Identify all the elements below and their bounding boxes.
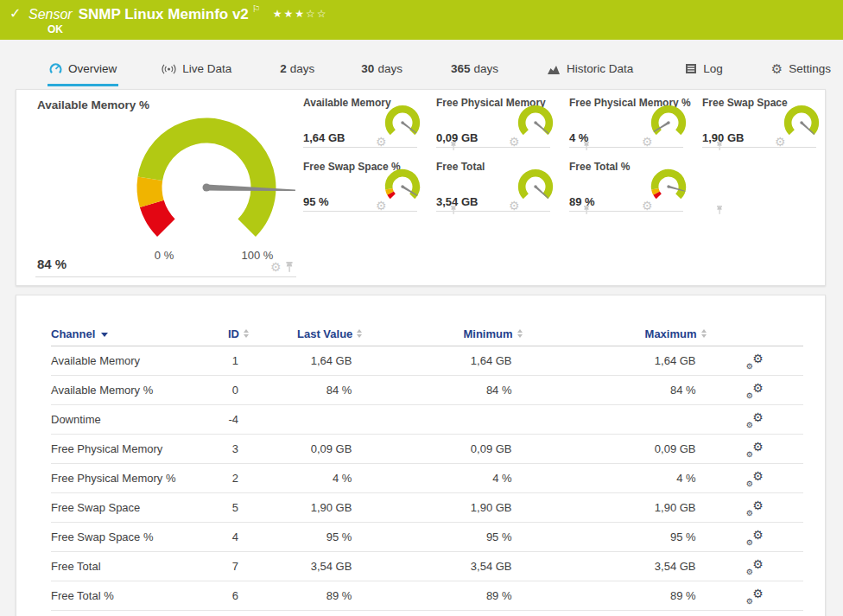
object-kind-label: Sensor <box>29 7 73 22</box>
channel-minimum: 84 % <box>362 384 522 397</box>
tab-2-days[interactable]: 2 days <box>278 54 316 84</box>
channel-name: Downtime <box>51 413 199 426</box>
gauges-panel: Available Memory % 0 % 100 % 84 % ⚙ Avai… <box>16 89 826 286</box>
priority-star-rating[interactable]: ★★★☆☆ <box>273 8 328 20</box>
tab-365-days-number: 365 <box>451 62 471 75</box>
tab-overview-label: Overview <box>68 62 117 75</box>
mini-gauge-divider <box>569 211 683 212</box>
channel-id: -4 <box>199 413 249 426</box>
tab-settings[interactable]: ⚙ Settings <box>770 54 833 84</box>
edit-channel-gears-icon[interactable]: ⚙⚙ <box>746 382 764 399</box>
channel-id: 1 <box>199 354 249 367</box>
channel-name: Free Physical Memory <box>51 442 199 455</box>
channel-minimum: 95 % <box>362 530 522 543</box>
tab-overview[interactable]: Overview <box>48 54 118 86</box>
mini-gauge-value: 95 % <box>303 195 329 208</box>
channel-id: 6 <box>199 589 249 602</box>
live-data-broadcast-icon <box>162 63 176 75</box>
mini-gauge-free-total-pct: Free Total % 89 % ⚙ <box>569 161 697 218</box>
column-header-channel[interactable]: Channel <box>51 327 199 340</box>
column-header-maximum[interactable]: Maximum <box>523 327 707 340</box>
sensor-title-line: SensorSNMP Linux Meminfo v2⚐★★★☆☆ <box>29 3 327 23</box>
log-list-icon <box>685 63 697 74</box>
sort-arrows-icon <box>701 329 707 338</box>
channel-minimum: 0,09 GB <box>362 442 522 455</box>
main-gauge-divider <box>35 276 296 277</box>
edit-channel-gears-icon[interactable]: ⚙⚙ <box>746 352 764 370</box>
channel-maximum: 89 % <box>523 589 707 602</box>
tab-historic-data[interactable]: Historic Data <box>545 54 635 84</box>
channel-last-value: 3,54 GB <box>249 560 362 573</box>
channel-table: Channel ID Last Value Minimum Maximum Av… <box>16 295 825 611</box>
mini-gauge-value: 4 % <box>569 131 588 144</box>
tab-historic-data-label: Historic Data <box>567 62 633 75</box>
prtg-sensor-page: ✓ SensorSNMP Linux Meminfo v2⚐★★★☆☆ OK O… <box>0 0 843 616</box>
column-header-minimum[interactable]: Minimum <box>362 327 522 340</box>
channel-id: 3 <box>199 442 249 455</box>
mini-gauge-value: 1,64 GB <box>303 131 345 144</box>
tab-365-days[interactable]: 365 days <box>449 54 500 84</box>
tab-bar: Overview Live Data 2 days 30 days 365 da… <box>0 54 843 86</box>
mini-gauge-divider <box>303 147 417 148</box>
table-row: Free Swap Space % 4 95 % 95 % 95 % ⚙⚙ <box>51 523 803 552</box>
mini-gauge-value: 89 % <box>569 195 595 208</box>
channel-maximum: 4 % <box>523 472 707 485</box>
channel-maximum: 1,64 GB <box>523 354 707 367</box>
channel-last-value: 95 % <box>249 530 362 543</box>
gauge-pin-icon[interactable] <box>285 262 294 273</box>
historic-data-chart-icon <box>547 63 561 75</box>
tab-live-data[interactable]: Live Data <box>160 54 233 84</box>
channel-last-value: 1,90 GB <box>249 501 362 514</box>
channel-minimum: 89 % <box>362 589 522 602</box>
table-row: Available Memory % 0 84 % 84 % 84 % ⚙⚙ <box>51 376 803 405</box>
main-gauge-min-label: 0 % <box>138 249 190 262</box>
channel-minimum: 1,90 GB <box>362 501 522 514</box>
table-row: Free Total % 6 89 % 89 % 89 % ⚙⚙ <box>51 581 803 611</box>
channel-last-value: 0,09 GB <box>249 442 362 455</box>
channel-name: Available Memory % <box>51 384 199 397</box>
mini-gauge-value: 3,54 GB <box>436 195 478 208</box>
mini-gauge-value: 1,90 GB <box>702 131 744 144</box>
channel-minimum: 1,64 GB <box>362 354 522 367</box>
tab-settings-label: Settings <box>789 62 831 75</box>
channel-last-value: 84 % <box>249 384 362 397</box>
channel-name: Free Total <box>51 560 199 573</box>
channel-name: Free Total % <box>51 589 199 602</box>
tab-30-days-number: 30 <box>361 62 374 75</box>
channel-minimum: 3,54 GB <box>362 560 522 573</box>
gauge-settings-gear-icon[interactable]: ⚙ <box>270 262 282 273</box>
channel-name: Free Swap Space <box>51 501 199 514</box>
edit-channel-gears-icon[interactable]: ⚙⚙ <box>746 411 764 429</box>
edit-channel-gears-icon[interactable]: ⚙⚙ <box>746 558 764 575</box>
gauge-pin-icon[interactable] <box>716 206 723 215</box>
main-gauge-value: 84 % <box>37 257 67 271</box>
mini-gauge-title: Free Total % <box>569 161 630 173</box>
column-header-last-value[interactable]: Last Value <box>249 327 362 340</box>
mini-gauge-free-swap-space-pct: Free Swap Space % 95 % ⚙ <box>303 161 431 218</box>
column-header-id[interactable]: ID <box>199 327 249 340</box>
channel-name: Free Swap Space % <box>51 530 199 543</box>
status-ok-check-icon: ✓ <box>10 5 21 22</box>
table-row: Free Physical Memory 3 0,09 GB 0,09 GB 0… <box>51 435 803 464</box>
edit-channel-gears-icon[interactable]: ⚙⚙ <box>746 470 764 487</box>
channel-table-panel: Channel ID Last Value Minimum Maximum Av… <box>16 295 826 616</box>
tab-2-days-label: days <box>290 62 315 75</box>
edit-channel-gears-icon[interactable]: ⚙⚙ <box>746 441 764 458</box>
mini-gauge-value: 0,09 GB <box>436 131 478 144</box>
mini-gauge-divider <box>702 147 816 148</box>
edit-channel-gears-icon[interactable]: ⚙⚙ <box>746 529 764 546</box>
channel-name: Available Memory <box>51 354 199 367</box>
edit-channel-gears-icon[interactable]: ⚙⚙ <box>746 499 764 517</box>
tab-log[interactable]: Log <box>683 54 725 84</box>
channel-name: Free Physical Memory % <box>51 472 199 485</box>
flag-icon[interactable]: ⚐ <box>252 3 261 14</box>
channel-maximum: 84 % <box>523 384 707 397</box>
tab-30-days[interactable]: 30 days <box>359 54 404 84</box>
channel-table-body: Available Memory 1 1,64 GB 1,64 GB 1,64 … <box>51 346 803 611</box>
sensor-title: SNMP Linux Meminfo v2 <box>79 6 249 22</box>
channel-id: 4 <box>199 530 249 543</box>
tab-live-data-label: Live Data <box>182 62 231 75</box>
edit-channel-gears-icon[interactable]: ⚙⚙ <box>746 587 764 605</box>
channel-maximum: 3,54 GB <box>523 560 707 573</box>
channel-last-value: 4 % <box>249 472 362 485</box>
